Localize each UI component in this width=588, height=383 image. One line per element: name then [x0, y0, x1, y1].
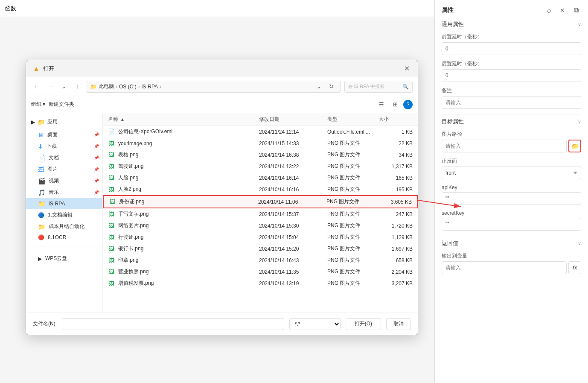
- dialog-close-button[interactable]: ✕: [402, 64, 411, 73]
- filename-label: 文件名(N):: [33, 320, 57, 327]
- col-header-modified[interactable]: 修改日期: [259, 116, 327, 123]
- list-view-button[interactable]: ☰: [376, 99, 387, 110]
- fx-button[interactable]: fx: [568, 261, 581, 274]
- pre-delay-input[interactable]: [442, 42, 581, 55]
- sidebar-item-doc-edit[interactable]: 🔵 1.文档编辑: [26, 209, 102, 221]
- api-key-input[interactable]: [442, 192, 581, 205]
- file-type: PNG 图片文件: [327, 268, 378, 275]
- filename-input[interactable]: [62, 318, 284, 330]
- sidebar-item-download[interactable]: ⬇ 下载 📌: [26, 140, 102, 152]
- image-path-input[interactable]: [442, 140, 567, 152]
- search-placeholder: 在 iS-RPA 中搜索: [348, 83, 384, 90]
- help-button[interactable]: ?: [403, 100, 413, 109]
- file-row[interactable]: 🖼 驾驶证.png 2024/10/14 13:22 PNG 图片文件 1,31…: [103, 161, 418, 172]
- file-size: 22 KB: [378, 140, 413, 146]
- close-panel-button[interactable]: ✕: [557, 5, 568, 15]
- target-props-section: 目标属性 ∨: [442, 118, 581, 126]
- sidebar-item-music[interactable]: 🎵 音乐 📌: [26, 187, 102, 198]
- col-header-name[interactable]: 名称 ▲: [108, 116, 259, 123]
- file-type: PNG 图片文件: [326, 198, 378, 205]
- file-row[interactable]: 🖼 人脸2.png 2024/10/14 16:16 PNG 图片文件 195 …: [103, 184, 418, 195]
- file-modified: 2024/10/14 15:37: [259, 211, 327, 217]
- api-key-field: apiKey: [442, 184, 581, 205]
- file-row[interactable]: 📄 公司信息-XporGOIv.eml 2024/11/24 12:14 Out…: [103, 126, 418, 137]
- isrpa-folder-icon: 📁: [38, 200, 45, 207]
- sidebar-group-header-apps[interactable]: ▶ 📁 应用: [26, 117, 102, 127]
- file-list-header: 名称 ▲ 修改日期 类型 大小: [103, 113, 418, 126]
- file-type-icon: 🖼: [108, 152, 115, 158]
- pin-icon-3: 📌: [94, 155, 99, 160]
- dropdown-button[interactable]: ⌄: [58, 82, 69, 92]
- music-icon: 🎵: [38, 189, 45, 196]
- file-modified: 2024/10/14 15:30: [259, 223, 327, 229]
- file-type: PNG 图片文件: [327, 257, 378, 264]
- pin-icon-5: 📌: [94, 178, 99, 183]
- cancel-button[interactable]: 取消: [386, 318, 411, 330]
- file-row[interactable]: 🖼 增值税发票.png 2024/10/14 13:19 PNG 图片文件 3,…: [103, 278, 418, 289]
- file-row[interactable]: 🖼 印章.png 2024/10/14 16:43 PNG 图片文件 658 K…: [103, 254, 418, 266]
- organize-button[interactable]: 组织 ▾: [31, 101, 45, 108]
- forward-button[interactable]: →: [45, 82, 55, 92]
- grid-view-button[interactable]: ⊞: [390, 99, 401, 110]
- doc-edit-icon: 🔵: [38, 212, 44, 218]
- topbar-label: 函数: [5, 5, 16, 12]
- file-row[interactable]: 🖼 表格.png 2024/10/14 16:38 PNG 图片文件 34 KB: [103, 149, 418, 161]
- file-name: 增值税发票.png: [118, 280, 154, 287]
- sidebar-item-ocr[interactable]: 🔴 8.1OCR: [26, 232, 102, 243]
- sidebar-item-isrpa[interactable]: 📁 iS-RPA: [26, 198, 102, 209]
- folder-icon: 📁: [38, 119, 45, 126]
- file-row[interactable]: 🖼 网络图片.png 2024/10/14 15:30 PNG 图片文件 1,7…: [103, 220, 418, 231]
- sidebar-item-wps-cloud[interactable]: ▶ WPS云盘: [26, 253, 102, 264]
- sidebar-item-monthly[interactable]: 📁 成本月结自动化: [26, 221, 102, 232]
- secret-key-input[interactable]: [442, 218, 581, 231]
- back-button[interactable]: ←: [31, 82, 41, 92]
- file-size: 658 KB: [378, 257, 413, 263]
- remark-field: 备注: [442, 87, 581, 109]
- file-type-icon: 🖼: [108, 211, 115, 218]
- file-modified: 2024/10/14 13:19: [259, 281, 327, 287]
- file-name: 网络图片.png: [118, 222, 148, 229]
- sidebar-item-pictures[interactable]: 🖼 图片 📌: [26, 164, 102, 175]
- file-row[interactable]: 🖼 yourimage.png 2024/11/15 14:33 PNG 图片文…: [103, 137, 418, 149]
- file-name: 驾驶证.png: [118, 163, 143, 170]
- dialog-action-bar: 组织 ▾ 新建文件夹 ☰ ⊞ ?: [26, 96, 418, 113]
- search-box[interactable]: 在 iS-RPA 中搜索 🔍: [344, 81, 413, 93]
- front-back-select[interactable]: front back: [442, 167, 581, 179]
- file-row[interactable]: 🖼 营业执照.png 2024/10/14 11:35 PNG 图片文件 2,2…: [103, 266, 418, 278]
- remark-input[interactable]: [442, 96, 581, 109]
- post-delay-input[interactable]: [442, 69, 581, 82]
- file-size: 1,317 KB: [378, 164, 413, 170]
- image-path-label: 图片路径: [442, 131, 581, 138]
- file-type-icon: 🖼: [108, 163, 115, 170]
- breadcrumb[interactable]: 📁 此电脑 › OS (C:) › iS-RPA › ⌄ ↻: [86, 81, 341, 93]
- file-name: 身份证.png: [119, 198, 144, 205]
- file-type: PNG 图片文件: [327, 234, 378, 241]
- filetype-select[interactable]: *.*: [289, 318, 341, 330]
- refresh-button[interactable]: ↻: [326, 82, 336, 92]
- col-header-size[interactable]: 大小: [378, 116, 413, 123]
- diamond-icon-button[interactable]: ◇: [544, 5, 554, 15]
- file-row[interactable]: 🖼 行驶证.png 2024/10/14 15:04 PNG 图片文件 1,12…: [103, 231, 418, 243]
- file-row[interactable]: 🖼 银行卡.png 2024/10/14 15:20 PNG 图片文件 1,69…: [103, 243, 418, 254]
- file-row[interactable]: 🖼 人脸.png 2024/10/14 16:14 PNG 图片文件 165 K…: [103, 172, 418, 184]
- new-folder-button[interactable]: 新建文件夹: [49, 101, 74, 108]
- file-name-cell: 🖼 增值税发票.png: [108, 280, 259, 287]
- file-type: PNG 图片文件: [327, 140, 378, 147]
- image-path-folder-button[interactable]: 📁: [568, 140, 581, 152]
- sidebar-divider: [26, 246, 102, 253]
- sidebar-item-documents[interactable]: 📄 文档 📌: [26, 152, 102, 164]
- general-props-section: 通用属性 ∨: [442, 20, 581, 28]
- sidebar-group-apps: ▶ 📁 应用: [26, 117, 102, 127]
- file-list: 📄 公司信息-XporGOIv.eml 2024/11/24 12:14 Out…: [103, 126, 418, 313]
- up-button[interactable]: ↑: [72, 82, 82, 92]
- layers-icon-button[interactable]: ⧉: [571, 5, 581, 15]
- sidebar-item-desktop[interactable]: 🖥 桌面 📌: [26, 129, 102, 140]
- file-row[interactable]: 🖼 身份证.png 2024/10/14 11:06 PNG 图片文件 3,60…: [103, 195, 418, 208]
- file-name: 公司信息-XporGOIv.eml: [118, 128, 172, 135]
- open-button[interactable]: 打开(O): [346, 318, 381, 330]
- output-var-input[interactable]: [442, 261, 567, 274]
- sidebar-item-videos[interactable]: 🎬 视频 📌: [26, 175, 102, 187]
- col-header-type[interactable]: 类型: [327, 116, 378, 123]
- file-name-cell: 🖼 身份证.png: [109, 198, 258, 205]
- file-row[interactable]: 🖼 手写文字.png 2024/10/14 15:37 PNG 图片文件 247…: [103, 208, 418, 220]
